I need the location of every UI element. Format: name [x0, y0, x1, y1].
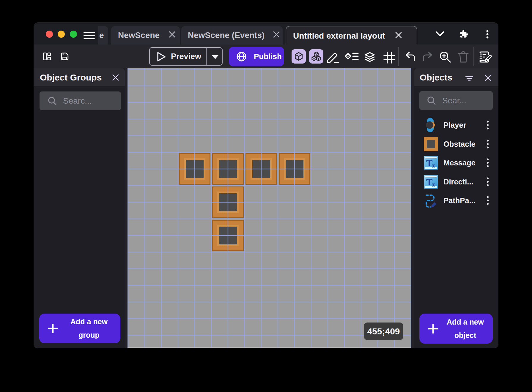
svg-text:x: x: [432, 162, 435, 169]
svg-text:x: x: [432, 181, 435, 188]
